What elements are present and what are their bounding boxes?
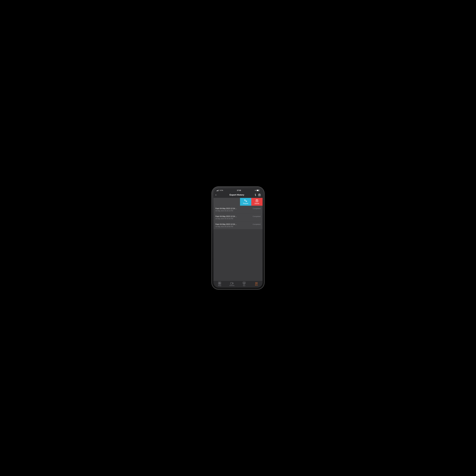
svg-rect-20: [218, 282, 220, 283]
svg-rect-21: [220, 282, 221, 283]
location-icon: ⊕: [255, 190, 256, 191]
status-bar: YOTA 17:32 ⊕: [213, 188, 263, 192]
repeat-button[interactable]: Repeat: [240, 198, 251, 206]
status-left: YOTA: [217, 190, 223, 191]
history-item-row: Face 04 May 2023 12:24:... Completed: [215, 207, 261, 209]
svg-point-27: [244, 282, 244, 283]
tab-eva-label: Eva: [243, 285, 245, 286]
tab-views-label: Views: [218, 285, 221, 286]
history-item[interactable]: Face 04 May 2023 12:24:... Completed 04 …: [213, 214, 263, 221]
tab-cameras[interactable]: Cameras: [226, 281, 238, 288]
delete-label: Delete: [255, 203, 259, 204]
battery-body: [256, 190, 259, 191]
history-item-status-2: Completed: [253, 223, 261, 225]
tab-views[interactable]: Views: [213, 281, 226, 288]
tab-more-label: More: [255, 285, 258, 286]
signal-bar-4: [218, 190, 219, 191]
hamburger-line-3: [255, 284, 258, 284]
history-item-row: Face 04 May 2023 12:24:... Completed: [215, 215, 261, 217]
back-button[interactable]: ‹: [215, 193, 220, 197]
signal-bar-2: [217, 190, 218, 191]
history-item-status-0: Completed: [253, 207, 261, 209]
status-time: 17:32: [237, 189, 241, 191]
history-item-row: Face 04 May 2023 12:24:... Completed: [215, 223, 261, 225]
history-item[interactable]: Face 04 May 2023 12:24:... Completed 04 …: [213, 206, 263, 214]
spacer: [213, 229, 263, 281]
signal-bars: [217, 190, 219, 191]
svg-rect-24: [230, 282, 233, 284]
signal-bar-3: [218, 190, 218, 191]
svg-rect-22: [218, 283, 220, 285]
svg-rect-23: [220, 283, 221, 285]
hamburger-line-2: [255, 283, 258, 284]
history-item-status-1: Completed: [253, 215, 261, 217]
svg-rect-25: [243, 282, 245, 284]
swipe-row[interactable]: Error Repeat: [213, 198, 263, 206]
phone-frame: YOTA 17:32 ⊕ ‹ Export History: [212, 187, 264, 289]
battery-fill: [257, 190, 258, 191]
phone-screen: YOTA 17:32 ⊕ ‹ Export History: [213, 188, 263, 288]
history-item[interactable]: Face 04 May 2023 12:24:... Completed 04 …: [213, 221, 263, 229]
tab-more[interactable]: More: [250, 281, 263, 288]
more-icon: [255, 282, 258, 284]
signal-bar-1: [217, 191, 217, 191]
delete-button[interactable]: Delete: [251, 198, 263, 206]
repeat-label: Repeat: [243, 203, 248, 204]
tab-eva[interactable]: Eva: [238, 281, 250, 288]
content-area: Error Repeat: [213, 198, 263, 281]
history-list: Face 04 May 2023 12:24:... Completed 04 …: [213, 206, 263, 229]
nav-actions: [254, 194, 261, 196]
status-right: ⊕: [255, 190, 259, 191]
tab-cameras-label: Cameras: [229, 285, 235, 286]
history-item-date-1: 04 May 2023 05:30:00 PM: [215, 218, 261, 220]
swipe-actions: Repeat Delete: [240, 198, 263, 206]
carrier-text: YOTA: [220, 190, 223, 191]
error-label: Error: [213, 200, 238, 202]
tab-bar: Views Cameras Eva: [213, 281, 263, 288]
history-item-date-0: 04 May 2023 05:30:23 PM: [215, 210, 261, 212]
nav-header: ‹ Export History: [213, 192, 263, 198]
page-title: Export History: [220, 194, 254, 196]
history-item-title-0: Face 04 May 2023 12:24:...: [215, 207, 237, 209]
hamburger-line-1: [255, 282, 258, 283]
history-item-date-2: 04 May 2023 05:29:50 PM: [215, 226, 261, 227]
swipe-row-content: Error: [213, 198, 240, 204]
history-item-title-1: Face 04 May 2023 12:24:...: [215, 215, 237, 217]
battery: [256, 190, 259, 191]
delete-all-button[interactable]: [258, 194, 261, 196]
sort-button[interactable]: [254, 194, 256, 196]
history-item-title-2: Face 04 May 2023 12:24:...: [215, 223, 237, 225]
